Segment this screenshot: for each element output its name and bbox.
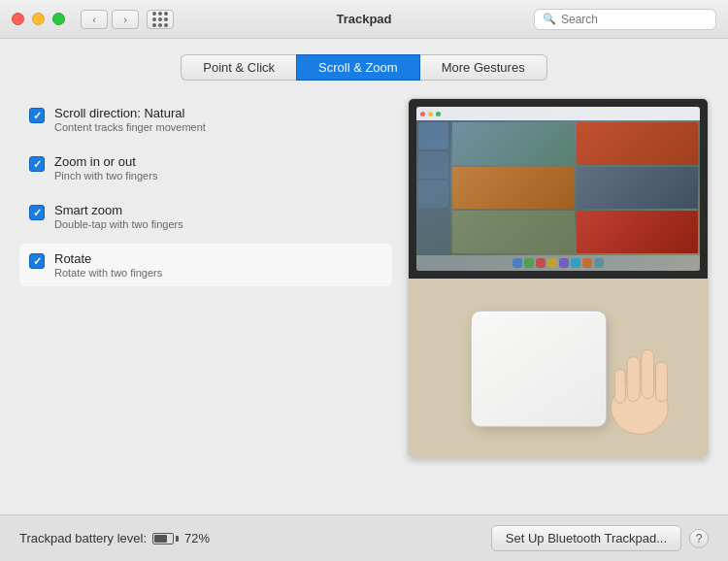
tab-point-click[interactable]: Point & Click — [181, 54, 296, 81]
photo-4 — [577, 167, 699, 210]
search-box[interactable]: 🔍 — [534, 9, 716, 30]
preview-panel — [408, 98, 709, 459]
preview-bottom-image — [409, 279, 708, 458]
trackpad-illustration — [471, 311, 607, 427]
battery-info: Trackpad battery level: 72% — [19, 531, 210, 545]
battery-label: Trackpad battery level: — [19, 531, 147, 545]
option-smart-zoom: Smart zoom Double-tap with two fingers — [19, 195, 392, 238]
setup-bluetooth-button[interactable]: Set Up Bluetooth Trackpad... — [491, 525, 681, 551]
svg-rect-3 — [656, 362, 668, 401]
forward-button[interactable]: › — [112, 10, 139, 29]
search-input[interactable] — [561, 13, 708, 26]
battery-tip — [176, 536, 179, 542]
dock-icon-3 — [536, 258, 546, 268]
svg-rect-1 — [642, 349, 654, 398]
maximize-button[interactable] — [52, 13, 65, 25]
window-title: Trackpad — [336, 12, 391, 26]
mac-dock — [416, 255, 700, 271]
dock-icon-2 — [524, 258, 534, 268]
tab-bar: Point & Click Scroll & Zoom More Gesture… — [19, 54, 709, 81]
tab-more-gestures[interactable]: More Gestures — [420, 54, 547, 81]
checkbox-zoom-in-out[interactable] — [29, 156, 45, 172]
content-area: Point & Click Scroll & Zoom More Gesture… — [0, 39, 728, 514]
mac-close-dot — [420, 112, 425, 116]
help-button[interactable]: ? — [689, 529, 709, 548]
mac-screenshot — [416, 107, 700, 271]
bottom-right: Set Up Bluetooth Trackpad... ? — [491, 525, 709, 551]
photo-2 — [577, 122, 699, 165]
battery-icon — [152, 533, 179, 544]
photo-5 — [452, 211, 575, 253]
mac-content — [416, 120, 700, 255]
option-text-scroll-direction: Scroll direction: Natural Content tracks… — [54, 106, 206, 133]
dock-icon-6 — [571, 258, 580, 268]
option-subtitle-zoom-in-out: Pinch with two fingers — [54, 170, 157, 182]
nav-buttons: ‹ › — [81, 10, 139, 29]
photo-3 — [452, 167, 575, 210]
option-title-zoom-in-out: Zoom in or out — [54, 154, 157, 169]
traffic-lights — [12, 13, 65, 25]
photo-1 — [452, 122, 575, 165]
minimize-button[interactable] — [32, 13, 45, 25]
dock-icon-4 — [547, 258, 557, 268]
battery-percent: 72% — [184, 531, 210, 545]
svg-rect-4 — [614, 370, 625, 404]
dock-icon-8 — [594, 258, 604, 268]
option-text-zoom-in-out: Zoom in or out Pinch with two fingers — [54, 154, 157, 182]
option-rotate: Rotate Rotate with two fingers — [19, 244, 392, 286]
option-subtitle-scroll-direction: Content tracks finger movement — [54, 121, 206, 133]
option-subtitle-smart-zoom: Double-tap with two fingers — [54, 218, 183, 230]
option-text-smart-zoom: Smart zoom Double-tap with two fingers — [54, 203, 183, 230]
search-icon: 🔍 — [543, 13, 556, 25]
svg-rect-2 — [627, 357, 640, 402]
mac-max-dot — [436, 112, 441, 116]
grid-icon — [152, 12, 168, 27]
mac-sidebar — [416, 120, 450, 255]
mac-menubar — [416, 107, 700, 120]
option-title-smart-zoom: Smart zoom — [54, 203, 183, 217]
option-title-rotate: Rotate — [54, 251, 162, 266]
preview-top-image — [409, 99, 708, 279]
mac-photos-grid — [450, 120, 700, 255]
option-zoom-in-out: Zoom in or out Pinch with two fingers — [19, 147, 392, 189]
dock-icon-7 — [582, 258, 592, 268]
hand-icon — [591, 332, 688, 439]
tab-scroll-zoom[interactable]: Scroll & Zoom — [296, 54, 420, 81]
titlebar: ‹ › Trackpad 🔍 — [0, 0, 728, 39]
dock-icon-1 — [513, 258, 522, 268]
bottom-bar: Trackpad battery level: 72% Set Up Bluet… — [0, 514, 728, 561]
grid-button[interactable] — [147, 10, 174, 29]
dock-icon-5 — [559, 258, 569, 268]
battery-fill — [154, 535, 167, 543]
photo-6 — [577, 211, 699, 253]
option-title-scroll-direction: Scroll direction: Natural — [54, 106, 206, 120]
mac-min-dot — [428, 112, 433, 116]
options-list: Scroll direction: Natural Content tracks… — [19, 98, 392, 459]
checkbox-scroll-direction[interactable] — [29, 108, 45, 123]
battery-body — [152, 533, 174, 544]
option-subtitle-rotate: Rotate with two fingers — [54, 267, 162, 279]
option-text-rotate: Rotate Rotate with two fingers — [54, 251, 162, 279]
back-button[interactable]: ‹ — [81, 10, 108, 29]
main-panel: Scroll direction: Natural Content tracks… — [19, 98, 709, 459]
checkbox-rotate[interactable] — [29, 253, 45, 269]
close-button[interactable] — [12, 13, 24, 25]
checkbox-smart-zoom[interactable] — [29, 205, 45, 220]
option-scroll-direction: Scroll direction: Natural Content tracks… — [19, 98, 392, 141]
